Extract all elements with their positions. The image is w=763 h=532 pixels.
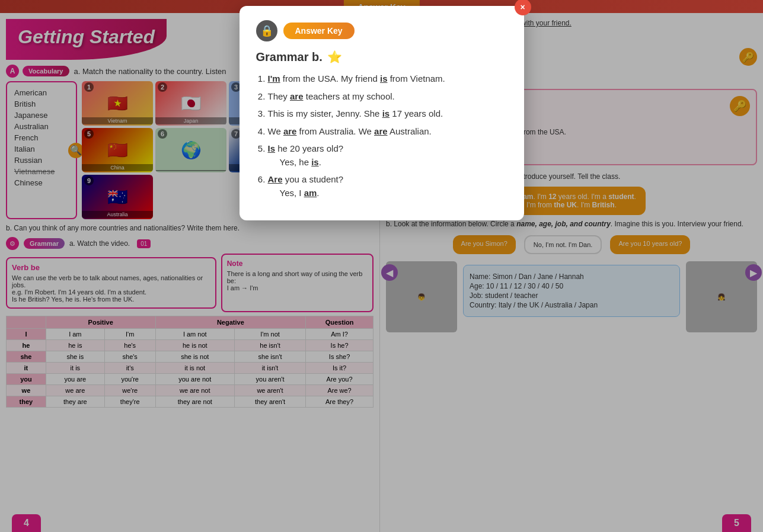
star-icon: ⭐ bbox=[327, 50, 342, 64]
list-item: Are you a student? Yes, I am. bbox=[268, 173, 507, 200]
list-item: Is he 20 years old? Yes, he is. bbox=[268, 142, 507, 169]
modal-key-icon: 🔒 bbox=[256, 20, 277, 41]
modal-header: 🔒 Answer Key bbox=[256, 20, 507, 41]
modal-overlay: × 🔒 Answer Key Grammar b. ⭐ I'm from the… bbox=[0, 0, 763, 532]
list-item: They are teachers at my school. bbox=[268, 90, 507, 104]
modal-answer-key-label: Answer Key bbox=[283, 23, 355, 39]
list-item: I'm from the USA. My friend is from Viet… bbox=[268, 72, 507, 86]
list-item: This is my sister, Jenny. She is 17 year… bbox=[268, 107, 507, 121]
modal-close-button[interactable]: × bbox=[515, 0, 531, 15]
modal-answer-list: I'm from the USA. My friend is from Viet… bbox=[256, 72, 507, 200]
list-item: We are from Australia. We are Australian… bbox=[268, 125, 507, 139]
answer-key-modal: × 🔒 Answer Key Grammar b. ⭐ I'm from the… bbox=[240, 6, 524, 220]
modal-grammar-title: Grammar b. ⭐ bbox=[256, 50, 507, 64]
